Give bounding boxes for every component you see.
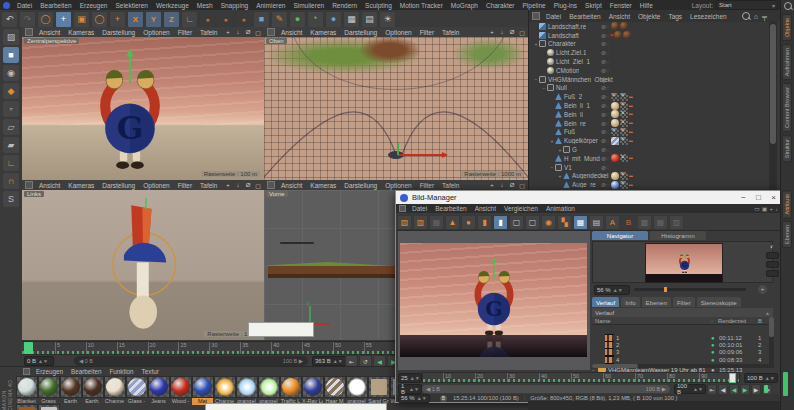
menu-item[interactable]: Erzeugen — [76, 2, 112, 9]
viewport-menu-icon[interactable] — [267, 28, 275, 36]
viewport-left[interactable]: AnsichtKamerasDarstellungOptionenFilterT… — [22, 180, 264, 340]
mode-tool-icon[interactable]: ∟ — [3, 155, 19, 171]
toolbar-icon[interactable]: ▣ — [73, 11, 90, 28]
viewport-menu-item[interactable]: Tafeln — [196, 29, 221, 36]
expander-icon[interactable]: + — [557, 173, 563, 179]
om-scrollbar[interactable] — [769, 22, 777, 202]
om-menu-item[interactable]: Objekte — [634, 13, 664, 20]
tag-thumb[interactable] — [620, 137, 628, 145]
visibility-toggle-icon[interactable]: ⊘ — [601, 84, 606, 91]
maximize-view-icon[interactable]: ▢ — [254, 182, 262, 189]
viewport-menu-item[interactable]: Ansicht — [35, 29, 64, 36]
panel-tab[interactable]: Filter — [673, 297, 695, 307]
viewport-menu-item[interactable]: Tafeln — [438, 29, 463, 36]
dock-control-icon[interactable]: ↓ — [775, 206, 778, 212]
visibility-toggle-icon[interactable]: ⊘ — [601, 172, 606, 179]
material-tile[interactable] — [38, 404, 59, 410]
history-table-header[interactable]: Name ◌ Renderzeit B — [592, 317, 773, 325]
panel-tab[interactable]: Verlauf — [592, 297, 619, 307]
tag-thumb[interactable] — [611, 137, 619, 145]
object-row[interactable]: − VHGMännchen_Objekt ⊘ : •• — [529, 75, 769, 84]
toolbar-icon[interactable]: ◯ — [37, 11, 54, 28]
menu-item[interactable]: Datei — [13, 2, 36, 9]
toolbar-icon[interactable]: ✎ — [271, 11, 288, 28]
zoom-icon[interactable]: ↓ — [234, 29, 242, 36]
panel-tab[interactable]: Stereoskopie — [697, 297, 741, 307]
mode-tool-icon[interactable]: S — [3, 191, 19, 207]
object-row[interactable]: Bein_li ⊘ : •• — [529, 110, 769, 119]
bm-transport-button[interactable]: ◀ — [718, 384, 728, 395]
character-figure[interactable] — [84, 49, 176, 171]
object-row[interactable]: Fuß ⊘ : •• — [529, 128, 769, 137]
visibility-toggle-icon[interactable]: ⊘ — [601, 111, 606, 118]
visibility-toggle-icon[interactable]: ⊘ — [601, 164, 606, 171]
visibility-toggle-icon[interactable]: ⊘ — [601, 93, 606, 100]
bm-render-area[interactable] — [398, 231, 590, 370]
panel-dock-tab[interactable]: Objekte — [782, 14, 792, 41]
tag-thumb[interactable] — [623, 31, 631, 39]
bm-frame-field[interactable]: 25▲▼ — [398, 373, 422, 383]
object-row[interactable]: − Null ⊘ : •• — [529, 84, 769, 93]
object-row[interactable]: + Kugelkörper ⊘ : •• — [529, 136, 769, 145]
tag-thumb[interactable] — [620, 154, 628, 162]
toolbar-icon[interactable]: ■ — [253, 11, 270, 28]
pan-icon[interactable]: + — [224, 182, 232, 189]
visibility-dots[interactable]: : — [607, 76, 609, 82]
toolbar-icon[interactable]: ▤ — [361, 11, 378, 28]
toolbar-icon[interactable]: ● — [289, 11, 306, 28]
nav-tab[interactable]: Histogramm — [650, 231, 706, 240]
visibility-toggle-icon[interactable]: ⊘ — [601, 102, 606, 109]
pan-icon[interactable]: + — [224, 29, 232, 36]
home-icon[interactable]: ⌂ — [754, 13, 758, 20]
mode-tool-icon[interactable]: ▱ — [3, 119, 19, 135]
timeline-playhead[interactable] — [24, 342, 33, 354]
bm-ruler[interactable]: 102030405060708090 — [422, 372, 740, 383]
viewport-menu-icon[interactable] — [25, 28, 33, 36]
material-menu-item[interactable]: Bearbeiten — [67, 368, 105, 375]
material-menu-item[interactable]: Erzeugen — [32, 368, 67, 375]
bm-toolbar-icon[interactable]: ▢ — [525, 215, 540, 230]
viewport-menu-item[interactable]: Tafeln — [438, 182, 463, 189]
menu-item[interactable]: Hilfe — [636, 2, 657, 9]
panel-dock-tab[interactable]: Struktur — [782, 135, 792, 162]
history-row[interactable]: 2 ● 00:10:01 2 — [592, 341, 773, 348]
visibility-dots[interactable]: : — [607, 32, 609, 38]
bm-toolbar-icon[interactable]: ▥ — [413, 215, 428, 230]
maximize-view-icon[interactable]: ▢ — [518, 182, 526, 189]
mode-tool-icon[interactable]: ■ — [3, 47, 19, 63]
visibility-dots[interactable]: : — [607, 164, 609, 170]
bm-titlebar[interactable]: Bild-Manager − □ × — [396, 191, 781, 204]
toolbar-icon[interactable]: ● — [199, 11, 216, 28]
bm-record-bar[interactable] — [764, 385, 768, 393]
path-bar-icon[interactable]: ╤ — [762, 13, 767, 20]
layout-select[interactable]: Start▾ — [716, 0, 778, 10]
tag-thumb[interactable] — [611, 110, 619, 118]
zoom-field[interactable]: 56 %▲▼ — [594, 285, 630, 295]
panel-dock-tab[interactable]: Content Browser — [782, 83, 792, 132]
visibility-dots[interactable]: : — [607, 103, 609, 109]
visibility-toggle-icon[interactable]: ⊘ — [601, 67, 606, 74]
om-menu-item[interactable]: Lesezeichen — [686, 13, 731, 20]
bm-menu-item[interactable]: Ansicht — [471, 205, 500, 212]
visibility-dots[interactable]: : — [607, 67, 609, 73]
toolbar-icon[interactable]: ◯ — [91, 11, 108, 28]
material-tile[interactable]: Channe — [104, 376, 125, 405]
toolbar-icon[interactable]: + — [109, 11, 126, 28]
toolbar-icon[interactable]: ↶ — [1, 11, 18, 28]
history-row[interactable]: 4 ● 00:08:33 4 — [592, 356, 773, 363]
toolbar-icon[interactable]: + — [55, 11, 72, 28]
object-row[interactable]: − V1 ⊘ : •• — [529, 163, 769, 172]
visibility-toggle-icon[interactable]: ⊘ — [601, 49, 606, 56]
visibility-toggle-icon[interactable]: ⊘ — [601, 155, 606, 162]
material-tile[interactable]: Earth — [60, 376, 81, 405]
bm-toolbar-icon[interactable]: B — [621, 215, 636, 230]
menu-item[interactable]: Skript — [581, 2, 606, 9]
material-tile[interactable]: Channe — [214, 376, 235, 405]
tag-thumb[interactable] — [611, 93, 619, 101]
fit-button[interactable]: + — [758, 285, 767, 294]
viewport-menu-item[interactable]: Darstellung — [340, 29, 381, 36]
menu-item[interactable]: Mesh — [193, 2, 217, 9]
material-tile[interactable]: Haar M — [324, 376, 345, 405]
material-tile[interactable]: orangel — [346, 376, 367, 405]
toolbar-icon[interactable]: Z — [163, 11, 180, 28]
